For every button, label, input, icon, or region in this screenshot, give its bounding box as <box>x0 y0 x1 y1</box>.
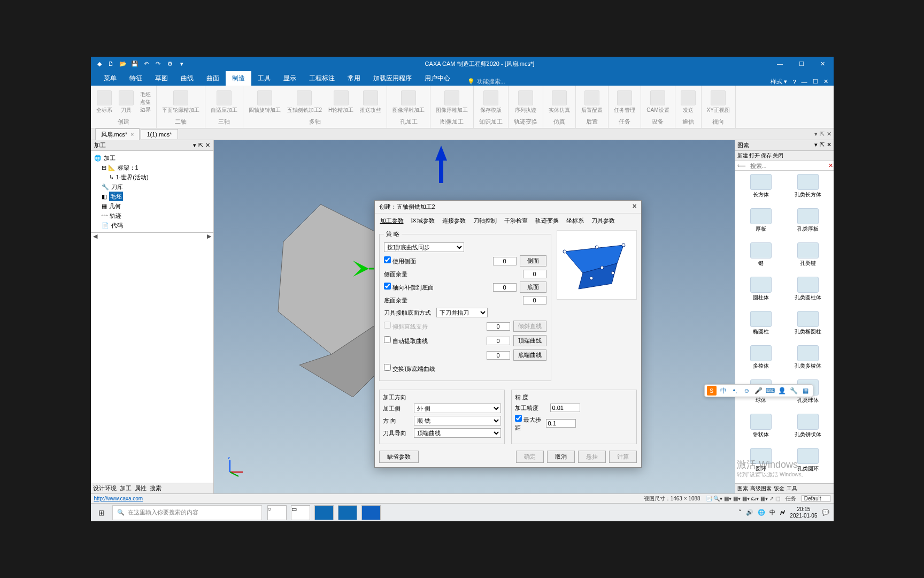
machining-side-select[interactable]: 外 侧 <box>414 404 501 413</box>
maximize-button[interactable]: ☐ <box>791 57 812 71</box>
doctab-menu-icon[interactable]: ▾ <box>814 131 818 138</box>
tab-feature[interactable]: 特征 <box>123 71 149 86</box>
doctab-1[interactable]: 风扇.mcs*× <box>95 128 140 140</box>
ime-kbd-icon[interactable]: ⌨ <box>766 386 775 396</box>
doctab-close-all-icon[interactable]: ✕ <box>827 131 831 138</box>
cancel-button[interactable]: 取消 <box>547 451 575 463</box>
side-margin-value[interactable] <box>523 270 546 278</box>
tray-ime-icon[interactable]: 中 <box>769 508 775 516</box>
dtab-cs[interactable]: 坐标系 <box>564 216 586 226</box>
tray-net-icon[interactable]: 🌐 <box>758 509 765 516</box>
tab-user[interactable]: 用户中心 <box>418 71 457 86</box>
shape-item[interactable]: 长方体 <box>738 174 783 206</box>
rb-know[interactable]: 保存模版 <box>480 90 502 114</box>
rp-search-input[interactable] <box>748 161 826 170</box>
bottom-curve-button[interactable]: 底端曲线 <box>513 349 546 361</box>
shape-item[interactable]: 键 <box>738 242 783 275</box>
tab-addons[interactable]: 加载应用程序 <box>367 71 418 86</box>
tab-curve[interactable]: 曲线 <box>174 71 200 86</box>
dtab-connect[interactable]: 连接参数 <box>440 216 468 226</box>
auto-extract-value2[interactable] <box>487 351 510 360</box>
auto-extract-checkbox[interactable] <box>384 336 391 343</box>
tab-surface[interactable]: 曲面 <box>200 71 226 86</box>
rb-hwheel[interactable]: H轮精加工 <box>328 90 353 114</box>
status-link[interactable]: http://www.caxa.com <box>94 496 143 501</box>
shape-item[interactable]: 孔类长方体 <box>786 174 830 206</box>
qat-open-icon[interactable]: 📂 <box>119 59 127 68</box>
status-icons[interactable]: 📑 🔍▾ ▦▾ ▦▾ ▦▾ 🗂▾ ▦▾ ↗ ⬚ <box>706 496 780 501</box>
ribbon-search[interactable]: 💡 功能搜索... <box>467 78 505 86</box>
shape-item[interactable]: 孔类多棱体 <box>786 345 830 377</box>
tree-node[interactable]: 🌐 加工 <box>94 153 210 163</box>
rb-sim[interactable]: 实体仿真 <box>549 90 570 114</box>
rb-dev[interactable]: CAM设置 <box>646 90 669 114</box>
tool-guide-select[interactable]: 顶端曲线 <box>414 428 501 438</box>
tilt-value[interactable] <box>487 322 510 331</box>
rb-hole[interactable]: 图像浮雕加工 <box>392 90 425 114</box>
task-view-icon[interactable]: ▭ <box>291 505 310 520</box>
swap-curves-checkbox[interactable] <box>384 364 391 371</box>
btab-machining[interactable]: 加工 <box>120 484 132 492</box>
mdi-minimize-icon[interactable]: — <box>802 79 807 85</box>
shape-item[interactable]: 孔类厚板 <box>786 208 830 240</box>
tree-node[interactable]: ▦ 几何 <box>94 201 210 211</box>
contact-select[interactable]: 下刀并抬刀 <box>436 308 488 317</box>
mdi-restore-icon[interactable]: ☐ <box>813 78 818 85</box>
tree-node-selected[interactable]: ◧ 毛坯 <box>94 192 210 201</box>
rp-close[interactable]: 关闭 <box>773 152 783 159</box>
rp-back-icon[interactable]: ⟸ <box>735 161 748 170</box>
tree-node[interactable]: 🔧 刀库 <box>94 182 210 192</box>
qat-redo-icon[interactable]: ↷ <box>154 59 163 68</box>
rb-3ax[interactable]: 自适应加工 <box>211 90 237 114</box>
start-button[interactable]: ⊞ <box>91 508 112 517</box>
rb-tool[interactable]: 刀具 <box>119 90 134 114</box>
maxstep-value[interactable] <box>546 419 576 428</box>
shape-item[interactable]: 多棱体 <box>738 345 783 377</box>
rtab-sheet[interactable]: 钣金 <box>774 485 784 492</box>
rb-2ax[interactable]: 平面轮廓精加工 <box>162 90 199 114</box>
status-default[interactable]: Default <box>802 495 830 502</box>
tab-sketch[interactable]: 草图 <box>149 71 174 86</box>
task-cortana-icon[interactable]: ○ <box>267 505 287 520</box>
rp-open[interactable]: 打开 <box>749 152 760 159</box>
tab-display[interactable]: 显示 <box>277 71 303 86</box>
rb-5ax[interactable]: 五轴侧铣加工2 <box>287 90 322 114</box>
shape-item[interactable]: 饼状体 <box>738 414 783 446</box>
task-app1-icon[interactable] <box>314 505 334 520</box>
shape-item[interactable]: 孔类圆柱体 <box>786 277 830 309</box>
rtab-tool[interactable]: 工具 <box>787 485 797 492</box>
ime-cn-icon[interactable]: 中 <box>719 386 728 396</box>
ime-toolbar[interactable]: S 中 •, ☺ 🎤 ⌨ 👤 🔧 ▦ <box>704 384 813 397</box>
qat-undo-icon[interactable]: ↶ <box>142 59 151 68</box>
tree-node[interactable]: 📄 代码 <box>94 220 210 230</box>
shape-item[interactable]: 椭圆柱 <box>738 311 783 343</box>
rb-cs[interactable]: 全标系 <box>96 90 112 114</box>
btab-design[interactable]: 设计环境 <box>93 484 117 492</box>
rb-post[interactable]: 后置配置 <box>581 90 603 114</box>
task-app2-icon[interactable] <box>338 505 357 520</box>
bottom-margin-value[interactable] <box>523 296 546 305</box>
rb-comm[interactable]: 发送 <box>681 90 696 114</box>
axial-comp-checkbox[interactable] <box>384 283 391 290</box>
shape-item[interactable]: 孔类饼状体 <box>786 414 830 446</box>
ime-voice-icon[interactable]: 🎤 <box>754 386 764 396</box>
ime-logo-icon[interactable]: S <box>707 386 717 396</box>
tree-node[interactable]: ↳ 1-世界(活动) <box>94 172 210 182</box>
rb-img[interactable]: 图像浮雕加工 <box>436 90 468 114</box>
lp-close-icon[interactable]: ✕ <box>205 142 210 149</box>
mdi-close-icon[interactable]: ✕ <box>823 78 828 85</box>
rb-task[interactable]: 任务管理 <box>614 90 635 114</box>
minimize-button[interactable]: — <box>769 57 791 71</box>
doctab-2[interactable]: 1(1).mcs* <box>141 129 178 139</box>
rp-close-icon[interactable]: ✕ <box>827 141 831 149</box>
rp-pin-icon[interactable]: ⇱ <box>820 141 825 149</box>
bottom-button[interactable]: 底面 <box>520 282 546 293</box>
rp-dropdown-icon[interactable]: ▾ <box>814 141 818 149</box>
rtab-adv[interactable]: 高级图素 <box>750 485 772 492</box>
qat-save-icon[interactable]: 💾 <box>130 59 139 68</box>
top-curve-button[interactable]: 顶端曲线 <box>513 335 546 346</box>
dtab-axis[interactable]: 刀轴控制 <box>471 216 499 226</box>
lp-dropdown-icon[interactable]: ▾ <box>193 142 196 149</box>
precision-value[interactable] <box>550 404 580 412</box>
help-icon[interactable]: ? <box>792 79 796 85</box>
